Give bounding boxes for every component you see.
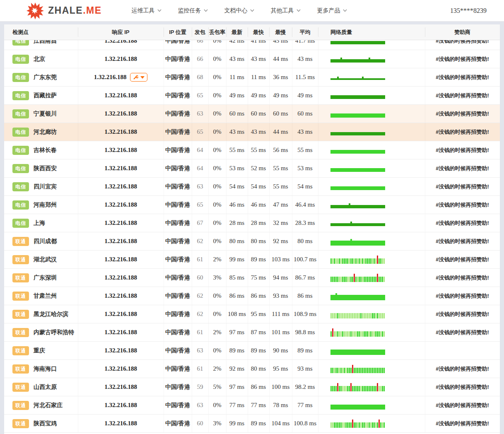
response-ip-value: 1.32.216.188 [104, 274, 137, 281]
response-ip-value: 1.32.216.188 [104, 402, 137, 409]
slowest-latency-value: 92 ms [273, 238, 288, 245]
nav-item-docs-center[interactable]: 文档中心 [224, 7, 254, 14]
average-latency-value: 55 ms [297, 147, 312, 154]
table-row[interactable]: 联通 甘肃兰州 1.32.216.188 中国/香港 62 0% 86 ms 8… [4, 287, 500, 305]
user-phone-number[interactable]: 135****8239 [450, 7, 487, 14]
average-latency-value: 49 ms [297, 92, 312, 99]
location-label: 四川成都 [34, 238, 57, 245]
ip-location-value: 中国/香港 [165, 311, 190, 318]
table-row[interactable]: 联通 重庆 1.32.216.188 中国/香港 63 0% 89 ms 89 … [4, 342, 500, 360]
response-ip-value: 1.32.216.188 [104, 201, 137, 208]
latest-latency-value: 77 ms [229, 402, 244, 409]
nav-item-monitor-tasks[interactable]: 监控任务 [178, 7, 208, 14]
chevron-down-icon [250, 9, 254, 12]
table-row[interactable]: 联通 河北石家庄 1.32.216.188 中国/香港 63 0% 77 ms … [4, 396, 500, 415]
response-ip-value: 1.32.216.188 [104, 147, 137, 154]
table-row[interactable]: 电信 西藏拉萨 1.32.216.188 中国/香港 65 0% 49 ms 4… [4, 87, 500, 105]
table-row[interactable]: 联通 黑龙江哈尔滨 1.32.216.188 中国/香港 62 0% 108 m… [4, 305, 500, 323]
table-row[interactable]: 联通 四川成都 1.32.216.188 中国/香港 62 0% 80 ms 8… [4, 232, 500, 251]
table-row[interactable]: 联通 湖北武汉 1.32.216.188 中国/香港 61 2% 99 ms 8… [4, 251, 500, 269]
packets-sent-value: 61 [197, 365, 203, 372]
fastest-latency-value: 87 ms [251, 329, 266, 336]
table-row[interactable]: 电信 上海 1.32.216.188 中国/香港 67 0% 28 ms 28 … [4, 214, 500, 232]
tool-dropdown-button[interactable] [130, 73, 147, 82]
slowest-latency-value: 94 ms [273, 274, 288, 281]
fastest-latency-value: 60 ms [251, 110, 266, 117]
location-label: 湖北武汉 [34, 256, 57, 263]
network-quality-bar [330, 147, 385, 154]
location-label: 山西太原 [34, 383, 57, 391]
table-row[interactable]: 联通 陕西宝鸡 1.32.216.188 中国/香港 60 3% 99 ms 8… [4, 415, 500, 433]
table-row[interactable]: 电信 宁夏银川 1.32.216.188 中国/香港 63 0% 60 ms 6… [4, 105, 500, 123]
slowest-latency-value: 36 ms [273, 74, 288, 81]
nav-item-ops-tools[interactable]: 运维工具 [132, 7, 162, 14]
loss-rate-value: 0% [213, 110, 222, 117]
slowest-latency-value: 100 ms [272, 383, 290, 391]
fastest-latency-value: 77 ms [251, 402, 266, 409]
response-ip-value: 1.32.216.188 [104, 365, 137, 372]
packets-sent-value: 65 [197, 128, 203, 135]
table-row[interactable]: 联通 内蒙古呼和浩特 1.32.216.188 中国/香港 61 2% 97 m… [4, 323, 500, 342]
response-ip-value: 1.32.216.188 [104, 128, 137, 135]
sponsor-text: #没钱的时候再招赞助! [425, 305, 500, 323]
sponsor-text: #没钱的时候再招赞助! [425, 396, 500, 414]
packets-sent-value: 66 [197, 55, 203, 63]
network-quality-bar [330, 328, 385, 337]
header-detection-point: 检测点 [4, 24, 78, 40]
location-label: 上海 [34, 219, 45, 227]
location-label: 内蒙古呼和浩特 [34, 329, 74, 336]
location-label: 陕西宝鸡 [34, 420, 57, 427]
network-quality-bar [330, 237, 385, 246]
slowest-latency-value: 56 ms [273, 147, 288, 154]
fastest-latency-value: 43 ms [251, 55, 266, 63]
fastest-latency-value: 52 ms [251, 165, 266, 172]
header-slowest: 最慢 [269, 24, 292, 40]
average-latency-value: 77 ms [297, 402, 312, 409]
packets-sent-value: 62 [197, 311, 203, 318]
table-row[interactable]: 电信 四川宜宾 1.32.216.188 中国/香港 63 0% 54 ms 5… [4, 178, 500, 196]
isp-badge: 联通 [12, 383, 29, 392]
table-row[interactable]: 电信 北京 1.32.216.188 中国/香港 66 0% 43 ms 43 … [4, 50, 500, 68]
network-quality-bar [330, 292, 385, 300]
table-row[interactable]: 联通 海南海口 1.32.216.188 中国/香港 61 2% 92 ms 8… [4, 360, 500, 378]
latest-latency-value: 60 ms [229, 110, 244, 117]
response-ip-value: 1.32.216.188 [104, 311, 137, 318]
response-ip-value: 1.32.216.188 [104, 92, 137, 99]
nav-item-more-products[interactable]: 更多产品 [317, 7, 347, 14]
latest-latency-value: 97 ms [229, 383, 244, 391]
wrench-icon [133, 75, 138, 80]
ip-location-value: 中国/香港 [165, 201, 190, 209]
average-latency-value: 43 ms [297, 55, 312, 63]
table-row[interactable]: 电信 河南郑州 1.32.216.188 中国/香港 65 0% 46 ms 4… [4, 196, 500, 214]
network-quality-bar [330, 202, 385, 208]
network-quality-bar [330, 346, 385, 355]
average-latency-value: 100.7 ms [294, 256, 316, 263]
loss-rate-value: 3% [213, 274, 222, 281]
location-label: 四川宜宾 [34, 183, 57, 190]
packets-sent-value: 63 [197, 183, 203, 190]
table-row[interactable]: 电信 河北廊坊 1.32.216.188 中国/香港 65 0% 43 ms 4… [4, 123, 500, 141]
slowest-latency-value: 95 ms [273, 365, 288, 372]
ip-location-value: 中国/香港 [165, 256, 190, 263]
header-packets-sent: 发包 [192, 24, 208, 40]
table-row[interactable]: 电信 吉林长春 1.32.216.188 中国/香港 64 0% 55 ms 5… [4, 141, 500, 159]
network-quality-bar [330, 165, 385, 172]
top-navbar: ZHALE.ME 运维工具 监控任务 文档中心 其他工具 更多产品 135***… [0, 0, 504, 22]
table-row[interactable]: 联通 广东深圳 1.32.216.188 中国/香港 60 3% 85 ms 7… [4, 269, 500, 287]
table-row[interactable]: 电信 陕西西安 1.32.216.188 中国/香港 64 0% 53 ms 5… [4, 159, 500, 178]
header-fastest: 最快 [248, 24, 269, 40]
isp-badge: 电信 [12, 91, 29, 100]
packets-sent-value: 62 [197, 238, 203, 245]
packets-sent-value: 61 [197, 329, 203, 336]
table-header: 检测点 响应 IP IP 位置 发包 丢包率 最新 最快 最慢 平均 网络质量 … [4, 24, 500, 40]
site-logo[interactable]: ZHALE.ME [27, 2, 102, 19]
results-table: 检测点 响应 IP IP 位置 发包 丢包率 最新 最快 最慢 平均 网络质量 … [4, 24, 500, 434]
isp-badge: 联通 [12, 364, 29, 374]
latest-latency-value: 54 ms [229, 183, 244, 190]
slowest-latency-value: 90 ms [273, 347, 288, 354]
nav-item-other-tools[interactable]: 其他工具 [271, 7, 301, 14]
table-row[interactable]: 电信 广东东莞 1.32.216.188 中国/香港 68 0% 11 ms 1… [4, 68, 500, 87]
table-row[interactable]: 联通 山西太原 1.32.216.188 中国/香港 59 5% 97 ms 8… [4, 378, 500, 396]
network-quality-bar [330, 364, 385, 373]
average-latency-value: 98.2 ms [295, 383, 315, 391]
